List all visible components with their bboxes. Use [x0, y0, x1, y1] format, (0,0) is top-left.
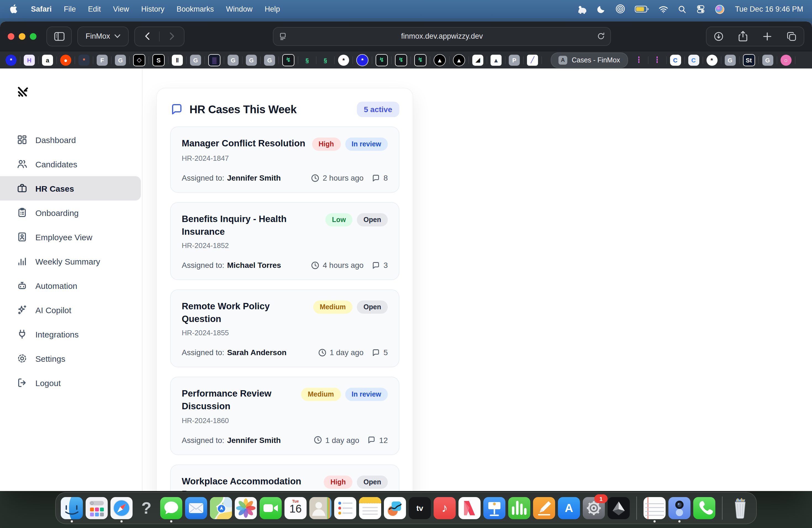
- sidebar-toggle-button[interactable]: [46, 26, 72, 46]
- active-tab-pill[interactable]: A Cases - FinMox: [551, 52, 628, 68]
- favicon-bolt-green[interactable]: ↯: [414, 54, 426, 66]
- sidebar-item-dashboard[interactable]: Dashboard: [0, 128, 142, 152]
- favicon-amazon[interactable]: a: [42, 54, 53, 65]
- sidebar-item-employee-view[interactable]: Employee View: [0, 225, 142, 249]
- dock-safari[interactable]: [111, 497, 133, 519]
- menubar-app-icon[interactable]: [576, 5, 587, 14]
- case-card[interactable]: Performance Review Discussion Medium In …: [170, 377, 400, 455]
- address-bar[interactable]: finmox.dev.appwizzy.dev: [273, 27, 611, 46]
- dock-system-settings[interactable]: 1: [583, 497, 605, 519]
- sidebar-item-settings[interactable]: Settings: [0, 346, 142, 371]
- favicon-g-gray[interactable]: G: [228, 54, 238, 65]
- dock-contacts[interactable]: [309, 497, 331, 519]
- favicon-c-blue[interactable]: C: [670, 54, 681, 65]
- sidebar-item-candidates[interactable]: Candidates: [0, 152, 142, 176]
- back-button[interactable]: [135, 27, 159, 46]
- favicon-equalizer-dark[interactable]: ▒: [208, 54, 220, 66]
- dock-photos[interactable]: [235, 497, 257, 519]
- dock-finder[interactable]: [61, 497, 83, 519]
- sidebar-item-automation[interactable]: Automation: [0, 274, 142, 298]
- finmox-logo[interactable]: [17, 85, 142, 98]
- favicon-bolt-green[interactable]: ↯: [376, 54, 388, 66]
- sidebar-item-weekly-summary[interactable]: Weekly Summary: [0, 249, 142, 274]
- favicon-reddit[interactable]: ●: [60, 54, 71, 65]
- dock-photo-booth[interactable]: [668, 497, 691, 519]
- sidebar-item-ai-copilot[interactable]: AI Copilot: [0, 298, 142, 322]
- dock-app-store[interactable]: A: [558, 497, 580, 519]
- favicon-swoosh-white[interactable]: ◢: [472, 54, 483, 65]
- apple-menu[interactable]: [9, 4, 25, 14]
- sidebar-item-hr-cases[interactable]: HR Cases: [0, 176, 141, 201]
- control-center-icon[interactable]: [696, 4, 705, 14]
- dock-textedit[interactable]: [643, 497, 666, 519]
- menu-window[interactable]: Window: [220, 5, 259, 13]
- menu-safari[interactable]: Safari: [25, 5, 58, 13]
- profile-switcher[interactable]: FinMox: [77, 26, 129, 46]
- sidebar-item-integrations[interactable]: Integrations: [0, 322, 142, 346]
- dock-reminders[interactable]: [334, 497, 356, 519]
- downloads-button[interactable]: [707, 27, 731, 46]
- wifi-icon[interactable]: [658, 5, 668, 13]
- favicon-spiral-green[interactable]: §: [320, 54, 331, 65]
- favicon-vercel[interactable]: ▲: [453, 54, 465, 66]
- dock-messages[interactable]: [160, 497, 182, 519]
- dock-maps[interactable]: [210, 497, 232, 519]
- dock-keynote[interactable]: [483, 497, 505, 519]
- favicon-bolt-green[interactable]: ↯: [282, 54, 294, 66]
- dock-missing-app[interactable]: ?: [135, 497, 157, 519]
- dock-freeform[interactable]: [384, 497, 406, 519]
- menu-history[interactable]: History: [135, 5, 170, 13]
- dock-prism-app[interactable]: [608, 497, 630, 519]
- favicon-p-gray[interactable]: P: [509, 54, 520, 65]
- favicon-chatgpt-blue[interactable]: *: [5, 54, 17, 65]
- airdrop-icon[interactable]: [615, 4, 625, 14]
- dock-news[interactable]: [459, 497, 481, 519]
- dock-numbers[interactable]: [508, 497, 530, 519]
- dock-launchpad[interactable]: [86, 497, 108, 519]
- focus-moon-icon[interactable]: [596, 4, 606, 14]
- close-window-button[interactable]: [8, 33, 14, 40]
- favicon-sailboat[interactable]: ▲: [491, 54, 502, 65]
- dock-mail[interactable]: [185, 497, 207, 519]
- sidebar-item-onboarding[interactable]: Onboarding: [0, 201, 142, 225]
- minimize-window-button[interactable]: [19, 33, 25, 40]
- favicon-dribbble[interactable]: ○: [780, 54, 791, 65]
- favicon-g-gray[interactable]: G: [724, 54, 736, 65]
- favicon-openai-blue[interactable]: *: [356, 54, 368, 66]
- case-card[interactable]: Remote Work Policy Question Medium Open …: [170, 289, 400, 367]
- favicon-c-blue[interactable]: C: [688, 54, 699, 65]
- dock-notes[interactable]: [359, 497, 381, 519]
- dock-phone[interactable]: [693, 497, 715, 519]
- tab-overview-button[interactable]: [779, 27, 804, 46]
- favicon-g-gray[interactable]: G: [264, 54, 275, 65]
- favicon-openai-white[interactable]: *: [706, 54, 717, 65]
- favicon-g-gray[interactable]: G: [190, 54, 201, 65]
- favicon-h-purple[interactable]: H: [24, 54, 35, 65]
- favicon-diamond-black[interactable]: ◇: [133, 54, 145, 66]
- new-tab-button[interactable]: [755, 27, 779, 46]
- favicon-f-gray[interactable]: F: [97, 54, 108, 65]
- favicon-g-gray[interactable]: G: [762, 54, 773, 65]
- dock-trash[interactable]: [729, 497, 751, 519]
- spotlight-icon[interactable]: [678, 5, 686, 14]
- sidebar-item-logout[interactable]: Logout: [0, 371, 142, 395]
- dock-pages[interactable]: [533, 497, 555, 519]
- dock-calendar[interactable]: Tue 16: [285, 497, 307, 519]
- menu-help[interactable]: Help: [259, 5, 286, 13]
- dock-facetime[interactable]: [260, 497, 282, 519]
- favicon-spiral-green[interactable]: §: [302, 54, 313, 65]
- battery-icon[interactable]: [634, 5, 649, 13]
- menu-view[interactable]: View: [107, 5, 135, 13]
- favicon-figma[interactable]: ┇: [633, 54, 644, 65]
- favicon-vercel[interactable]: ▲: [434, 54, 446, 66]
- forward-button[interactable]: [160, 27, 184, 46]
- menubar-clock[interactable]: Tue Dec 16 9:46 PM: [734, 5, 803, 13]
- menu-file[interactable]: File: [58, 5, 82, 13]
- favicon-pause-white[interactable]: ‖: [172, 54, 183, 65]
- case-card[interactable]: Manager Conflict Resolution High In revi…: [170, 127, 400, 193]
- favicon-s-black[interactable]: S: [153, 54, 164, 66]
- favicon-stack[interactable]: St: [743, 54, 755, 66]
- menu-bookmarks[interactable]: Bookmarks: [170, 5, 220, 13]
- favicon-openai-white[interactable]: *: [338, 54, 349, 65]
- share-button[interactable]: [731, 27, 755, 46]
